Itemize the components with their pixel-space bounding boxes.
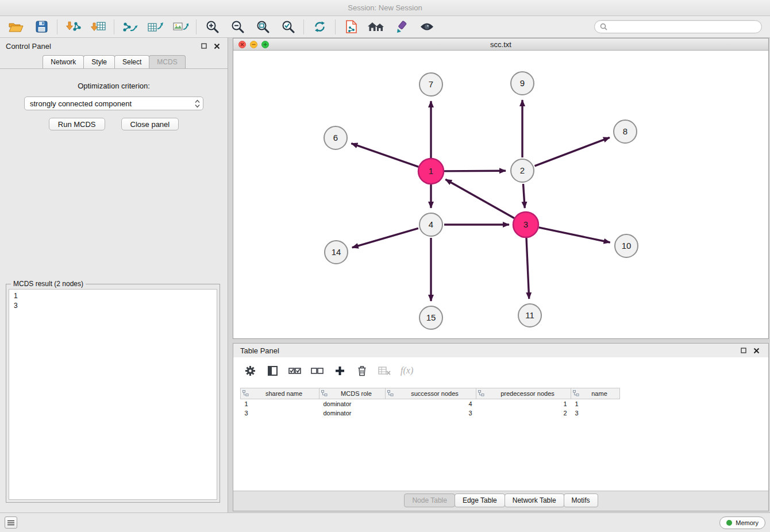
tab-edge-table[interactable]: Edge Table xyxy=(455,494,505,507)
column-browser-button[interactable] xyxy=(266,363,279,378)
graph-edge-4-14[interactable] xyxy=(352,228,418,248)
tab-style[interactable]: Style xyxy=(83,55,115,68)
cell-filler xyxy=(620,408,758,418)
graph-node-label-3: 3 xyxy=(523,219,528,229)
export-table-button[interactable] xyxy=(143,17,168,37)
minimize-window-button[interactable] xyxy=(250,41,257,48)
control-panel-tabs: NetworkStyleSelectMCDS xyxy=(0,54,228,69)
attribute-type-icon xyxy=(321,390,328,398)
status-bar: Memory xyxy=(0,512,770,532)
graph-edge-3-11[interactable] xyxy=(526,238,529,299)
cell-name[interactable]: 1 xyxy=(571,399,620,408)
cell-shared-name[interactable]: 3 xyxy=(241,408,319,418)
export-network-button[interactable] xyxy=(117,17,143,37)
tab-network-table[interactable]: Network Table xyxy=(505,494,564,507)
refresh-button[interactable] xyxy=(307,17,332,37)
deselect-all-columns-button[interactable] xyxy=(311,363,324,378)
criterion-dropdown[interactable]: strongly connected component xyxy=(24,97,203,110)
export-table-icon xyxy=(147,21,163,33)
cell-mcds-role[interactable]: dominator xyxy=(319,408,386,418)
tab-motifs[interactable]: Motifs xyxy=(564,494,598,507)
toolbar-separator xyxy=(196,20,197,34)
table-row[interactable]: 3dominator323 xyxy=(241,408,758,418)
run-mcds-button[interactable]: Run MCDS xyxy=(49,118,105,130)
eye-icon xyxy=(419,22,434,32)
table-panel-header: Table Panel xyxy=(233,344,768,357)
home-button[interactable] xyxy=(364,17,389,37)
tab-select[interactable]: Select xyxy=(114,55,149,68)
tab-mcds[interactable]: MCDS xyxy=(149,55,185,68)
table-settings-button[interactable] xyxy=(244,363,256,378)
table-row[interactable]: 1dominator411 xyxy=(241,399,758,408)
add-column-button[interactable] xyxy=(333,363,346,378)
select-all-columns-button[interactable] xyxy=(288,363,301,378)
delete-table-button[interactable] xyxy=(378,363,391,378)
graph-edge-1-6[interactable] xyxy=(351,144,418,167)
mcds-result-line: 1 xyxy=(14,291,212,301)
tab-node-table[interactable]: Node Table xyxy=(404,494,455,507)
graph-edge-2-8[interactable] xyxy=(535,137,610,165)
column-header-shared-name[interactable]: shared name xyxy=(241,388,319,399)
float-icon xyxy=(201,43,207,49)
column-header-mcds-role[interactable]: MCDS role xyxy=(319,388,386,399)
refresh-icon xyxy=(313,20,326,33)
zoom-selected-button[interactable] xyxy=(275,17,301,37)
export-image-button[interactable] xyxy=(168,17,193,37)
search-field[interactable] xyxy=(594,20,762,33)
memory-status-icon xyxy=(726,520,732,526)
table-body: 1dominator4113dominator323 xyxy=(241,399,758,418)
close-icon xyxy=(214,43,220,49)
graph-edge-3-1[interactable] xyxy=(445,179,514,218)
memory-button[interactable]: Memory xyxy=(719,516,765,529)
graph-edge-1-2[interactable] xyxy=(444,171,506,171)
delete-column-button[interactable] xyxy=(356,363,368,378)
function-builder-button[interactable]: f(x) xyxy=(401,363,413,378)
cell-name[interactable]: 3 xyxy=(571,408,620,418)
import-table-file-button[interactable] xyxy=(86,17,111,37)
network-file-button[interactable] xyxy=(338,17,364,37)
zoom-out-button[interactable] xyxy=(225,17,250,37)
float-panel-button[interactable] xyxy=(199,41,209,51)
graph-edge-2-3[interactable] xyxy=(523,184,525,208)
search-input[interactable] xyxy=(611,23,756,31)
tab-network[interactable]: Network xyxy=(43,55,84,68)
control-panel-header: Control Panel xyxy=(0,38,228,54)
cell-predecessor-nodes[interactable]: 2 xyxy=(476,408,571,418)
show-details-button[interactable] xyxy=(414,17,440,37)
close-panel-action-button[interactable]: Close panel xyxy=(121,118,179,130)
cell-successor-nodes[interactable]: 4 xyxy=(386,399,476,408)
network-canvas[interactable]: 7968124314101511 xyxy=(233,51,768,338)
panel-menu-button[interactable] xyxy=(5,516,17,529)
control-panel: Control Panel NetworkStyleSelectMCDS Opt… xyxy=(0,38,228,512)
mcds-result-line: 3 xyxy=(14,301,212,311)
close-table-panel-button[interactable] xyxy=(751,345,761,356)
mcds-result-list[interactable]: 13 xyxy=(9,289,217,500)
save-session-button[interactable] xyxy=(29,17,54,37)
close-window-button[interactable] xyxy=(238,41,246,48)
open-session-button[interactable] xyxy=(3,17,29,37)
home-icon xyxy=(367,21,386,33)
zoom-fit-button[interactable] xyxy=(250,17,275,37)
graph-node-label-7: 7 xyxy=(429,79,433,89)
open-session-icon xyxy=(9,21,24,33)
cell-successor-nodes[interactable]: 3 xyxy=(386,408,476,418)
search-icon xyxy=(600,23,607,30)
column-header-predecessor-nodes[interactable]: predecessor nodes xyxy=(476,388,571,399)
close-panel-button[interactable] xyxy=(211,41,222,51)
zoom-window-button[interactable] xyxy=(261,41,269,48)
cell-predecessor-nodes[interactable]: 1 xyxy=(476,399,571,408)
graph-node-label-10: 10 xyxy=(622,241,632,250)
network-view-window: scc.txt 7968124314101511 xyxy=(233,38,769,339)
column-header-successor-nodes[interactable]: successor nodes xyxy=(386,388,476,399)
cell-mcds-role[interactable]: dominator xyxy=(319,399,386,408)
import-network-file-button[interactable] xyxy=(60,17,86,37)
column-header-name[interactable]: name xyxy=(571,388,620,399)
style-brush-button[interactable] xyxy=(389,17,414,37)
float-table-panel-button[interactable] xyxy=(738,345,749,356)
cell-shared-name[interactable]: 1 xyxy=(241,399,319,408)
zoom-fit-icon xyxy=(256,20,270,33)
network-window-titlebar[interactable]: scc.txt xyxy=(233,38,768,51)
graph-edge-3-10[interactable] xyxy=(539,228,610,242)
zoom-in-button[interactable] xyxy=(199,17,225,37)
graph-node-label-6: 6 xyxy=(333,133,338,142)
